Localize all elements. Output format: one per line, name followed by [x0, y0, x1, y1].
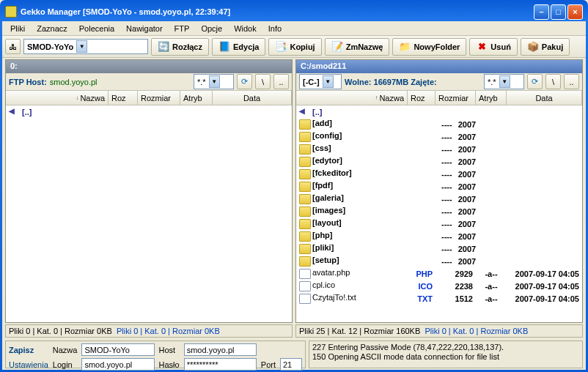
- menu-zaznacz[interactable]: Zaznacz: [32, 23, 73, 34]
- menu-opcje[interactable]: Opcje: [196, 23, 227, 34]
- file-row[interactable]: [images]----2007-09-17 04:05: [296, 205, 582, 217]
- menu-pliki[interactable]: Pliki: [5, 23, 30, 34]
- pass-label: Hasło: [159, 360, 180, 369]
- file-size: 1512: [436, 294, 476, 303]
- pack-button[interactable]: 📦Pakuj: [521, 38, 570, 56]
- updir-row[interactable]: ◀[..]: [296, 105, 582, 118]
- file-row[interactable]: [fckeditor]----2007-09-17 04:05: [296, 168, 582, 180]
- port-input[interactable]: [280, 358, 302, 371]
- chevron-down-icon[interactable]: ▼: [209, 75, 220, 88]
- file-size: ----2007-09-17 04:05: [436, 220, 476, 228]
- file-row[interactable]: [css]----2007-09-17 04:05: [296, 143, 582, 155]
- file-row[interactable]: [config]----2007-09-17 04:05: [296, 130, 582, 143]
- newfolder-button[interactable]: 📁NowyFolder: [392, 38, 466, 56]
- col-date[interactable]: Data: [213, 91, 292, 105]
- sort-icon: ↓: [76, 94, 78, 101]
- file-row[interactable]: [fpdf]----2007-09-17 04:05: [296, 180, 582, 193]
- col-size[interactable]: Rozmiar: [138, 91, 180, 105]
- host-input[interactable]: [184, 343, 257, 356]
- right-up-button[interactable]: ..: [564, 74, 579, 89]
- app-icon: [5, 6, 17, 18]
- titlebar[interactable]: Gekko Manager [SMOD-YoYo - smod.yoyo.pl,…: [2, 2, 586, 21]
- right-refresh-button[interactable]: ⟳: [527, 74, 543, 89]
- file-date: 2007-09-17 04:05: [455, 182, 476, 191]
- edit-button[interactable]: 📘Edycja: [212, 38, 265, 56]
- chevron-down-icon[interactable]: ▼: [76, 40, 87, 53]
- file-row[interactable]: [layout]----2007-09-17 04:05: [296, 217, 582, 230]
- chevron-down-icon[interactable]: ▼: [499, 75, 510, 88]
- file-attr: ----: [438, 207, 455, 216]
- file-row[interactable]: cpl.icoICO2238-a--2007-09-17 04:05: [296, 280, 582, 292]
- edit-label: Edycja: [233, 42, 259, 51]
- file-row[interactable]: [galeria]----2007-09-17 04:05: [296, 193, 582, 205]
- left-up-button[interactable]: ..: [273, 74, 289, 89]
- right-file-list[interactable]: ◀[..] [add]----2007-09-17 04:05[config]-…: [296, 105, 582, 322]
- col-size[interactable]: Rozmiar: [436, 91, 476, 105]
- file-size: ----2007-09-17 04:05: [436, 133, 476, 141]
- right-root-button[interactable]: \: [545, 74, 561, 89]
- settings-link[interactable]: Ustawienia: [9, 360, 48, 369]
- menu-info[interactable]: Info: [263, 23, 287, 34]
- disconnect-button[interactable]: 🔄Rozłącz: [151, 38, 209, 56]
- folder-icon: [299, 194, 311, 204]
- left-file-list[interactable]: ◀[..]: [6, 105, 292, 322]
- file-size: ----2007-09-17 04:05: [436, 120, 476, 129]
- file-size: ----2007-09-17 04:05: [436, 145, 476, 154]
- menu-widok[interactable]: Widok: [229, 23, 262, 34]
- file-row[interactable]: [setup]----2007-09-17 04:05: [296, 255, 582, 267]
- connections-button[interactable]: 🖧: [5, 39, 21, 54]
- connection-combo[interactable]: SMOD-YoYo ▼: [23, 39, 148, 54]
- file-name: [config]: [312, 131, 342, 140]
- file-size: ----2007-09-17 04:05: [436, 195, 476, 204]
- refresh-icon: ⟳: [532, 77, 538, 86]
- delete-button[interactable]: ✖Usuń: [469, 38, 518, 56]
- maximize-button[interactable]: □: [551, 4, 566, 20]
- file-row[interactable]: [add]----2007-09-17 04:05: [296, 118, 582, 130]
- file-attr: ----: [438, 145, 455, 154]
- col-ext[interactable]: Roz: [109, 91, 138, 105]
- col-name[interactable]: ↑Nazwa: [296, 91, 408, 105]
- menu-polecenia[interactable]: Polecenia: [74, 23, 120, 34]
- col-ext[interactable]: Roz: [408, 91, 436, 105]
- save-link[interactable]: Zapisz: [9, 346, 48, 354]
- left-refresh-button[interactable]: ⟳: [237, 74, 252, 89]
- drive-combo[interactable]: [-C-]▼: [299, 74, 342, 89]
- left-columns: ↓Nazwa Roz Rozmiar Atryb Data: [6, 91, 292, 105]
- copy-button[interactable]: 📑Kopiuj: [268, 38, 321, 56]
- close-button[interactable]: ×: [567, 4, 583, 20]
- col-name[interactable]: ↓Nazwa: [6, 91, 109, 105]
- file-row[interactable]: CzytajTo!.txtTXT1512-a--2007-09-17 04:05: [296, 292, 582, 305]
- chevron-down-icon[interactable]: ▼: [323, 75, 334, 88]
- delete-label: Usuń: [490, 42, 511, 51]
- window-title: Gekko Manager [SMOD-YoYo - smod.yoyo.pl,…: [21, 7, 230, 16]
- file-row[interactable]: [pliki]----2007-09-17 04:05: [296, 242, 582, 255]
- file-name: [images]: [312, 206, 345, 215]
- file-row[interactable]: [edytor]----2007-09-17 04:05: [296, 155, 582, 168]
- login-input[interactable]: [81, 358, 154, 371]
- refresh-icon: ⟳: [241, 77, 248, 86]
- disconnect-icon: 🔄: [158, 41, 169, 53]
- updir-row[interactable]: ◀[..]: [6, 105, 292, 118]
- left-panel: 0: FTP Host: smod.yoyo.pl *.*▼ ⟳ \ .. ↓N…: [5, 59, 293, 323]
- col-attr[interactable]: Atryb: [180, 91, 213, 105]
- file-name: [php]: [312, 231, 332, 239]
- left-panel-title: 0:: [6, 60, 292, 73]
- file-row[interactable]: [php]----2007-09-17 04:05: [296, 230, 582, 242]
- file-row[interactable]: avatar.phpPHP2929-a--2007-09-17 04:05: [296, 267, 582, 280]
- file-size: ----2007-09-17 04:05: [436, 157, 476, 166]
- file-name: [fckeditor]: [312, 168, 352, 177]
- col-date[interactable]: Data: [507, 91, 582, 105]
- file-size: 2929: [436, 269, 476, 278]
- rename-button[interactable]: 📝ZmNazwę: [325, 38, 390, 56]
- menu-nawigator[interactable]: Nawigator: [121, 23, 168, 34]
- right-filter-combo[interactable]: *.*▼: [484, 74, 524, 89]
- minimize-button[interactable]: –: [534, 4, 549, 20]
- pass-input[interactable]: [184, 358, 257, 371]
- file-name: [pliki]: [312, 243, 334, 252]
- col-attr[interactable]: Atryb: [476, 91, 507, 105]
- left-filter-combo[interactable]: *.*▼: [194, 74, 234, 89]
- left-root-button[interactable]: \: [255, 74, 271, 89]
- file-date: 2007-09-17 04:05: [507, 294, 582, 303]
- menu-ftp[interactable]: FTP: [169, 23, 195, 34]
- name-input[interactable]: [81, 343, 154, 356]
